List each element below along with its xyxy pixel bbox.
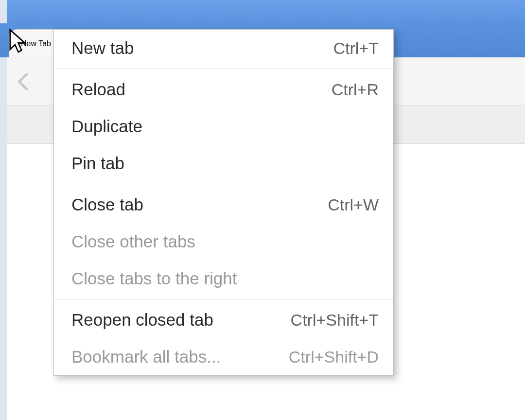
menu-item-label: Reopen closed tab xyxy=(71,310,291,330)
window-left-edge xyxy=(0,0,7,420)
menu-item-shortcut: Ctrl+W xyxy=(328,195,379,214)
menu-item-label: Bookmark all tabs... xyxy=(71,347,289,367)
menu-item-shortcut: Ctrl+Shift+D xyxy=(289,348,379,367)
menu-item-close-other-tabs: Close other tabs xyxy=(54,223,393,260)
menu-item-duplicate[interactable]: Duplicate xyxy=(54,108,393,145)
menu-item-label: Close tab xyxy=(71,195,328,214)
menu-item-shortcut: Ctrl+Shift+T xyxy=(291,311,379,330)
menu-item-label: Reload xyxy=(71,80,332,99)
menu-separator xyxy=(54,184,393,184)
menu-item-close-tab[interactable]: Close tab Ctrl+W xyxy=(54,186,393,223)
menu-separator xyxy=(54,299,393,299)
menu-separator xyxy=(54,69,393,69)
menu-item-label: New tab xyxy=(71,38,333,58)
menu-item-label: Pin tab xyxy=(71,154,379,173)
menu-item-label: Close tabs to the right xyxy=(71,269,379,288)
menu-item-close-tabs-right: Close tabs to the right xyxy=(54,260,393,297)
arrow-left-icon xyxy=(13,70,35,93)
menu-item-bookmark-all-tabs: Bookmark all tabs... Ctrl+Shift+D xyxy=(54,338,393,375)
menu-item-shortcut: Ctrl+R xyxy=(332,80,379,99)
menu-item-reload[interactable]: Reload Ctrl+R xyxy=(54,71,393,108)
window-titlebar xyxy=(0,0,525,23)
menu-item-reopen-closed-tab[interactable]: Reopen closed tab Ctrl+Shift+T xyxy=(54,301,393,338)
menu-item-shortcut: Ctrl+T xyxy=(333,39,379,58)
menu-item-pin-tab[interactable]: Pin tab xyxy=(54,145,393,182)
menu-item-label: Close other tabs xyxy=(71,232,379,251)
menu-item-new-tab[interactable]: New tab Ctrl+T xyxy=(54,30,393,67)
tab-context-menu: New tab Ctrl+T Reload Ctrl+R Duplicate P… xyxy=(53,29,394,376)
tab-title: New Tab xyxy=(21,39,51,48)
menu-item-label: Duplicate xyxy=(71,117,379,136)
back-button[interactable] xyxy=(9,67,39,97)
